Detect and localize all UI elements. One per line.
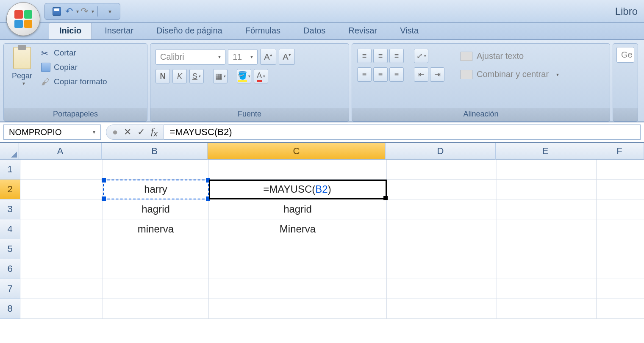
paste-button[interactable]: Pegar ▾ (7, 47, 37, 86)
align-bottom-button[interactable]: ≡ (389, 49, 404, 63)
row-header-6[interactable]: 6 (0, 259, 20, 279)
tab-formulas[interactable]: Fórmulas (235, 22, 291, 39)
merge-center-button[interactable]: Combinar y centrar▾ (456, 67, 563, 82)
cell-B6[interactable] (103, 259, 209, 279)
align-middle-button[interactable]: ≡ (373, 49, 388, 63)
cell-B1[interactable] (103, 160, 209, 180)
shrink-font-button[interactable]: A▾ (279, 49, 295, 65)
name-box[interactable]: NOMPROPIO ▾ (3, 124, 101, 140)
cell-F5[interactable] (597, 239, 644, 259)
orientation-button[interactable]: ⤢▾ (414, 49, 428, 63)
save-button[interactable] (50, 5, 63, 18)
cut-button[interactable]: ✂Cortar (39, 47, 110, 59)
col-header-C[interactable]: C (208, 143, 386, 160)
cell-C6[interactable] (209, 259, 387, 279)
align-top-button[interactable]: ≡ (357, 49, 372, 63)
align-left-button[interactable]: ≡ (357, 67, 372, 82)
cell-E6[interactable] (497, 259, 597, 279)
confirm-formula-button[interactable]: ✓ (137, 127, 145, 138)
cell-F3[interactable] (597, 199, 644, 219)
cell-B8[interactable] (103, 299, 209, 319)
underline-button[interactable]: S▾ (189, 69, 204, 83)
cell-D3[interactable] (387, 199, 497, 219)
select-all-corner[interactable] (0, 143, 19, 160)
cell-B3[interactable]: hagrid (103, 199, 209, 219)
tab-diseno[interactable]: Diseño de página (146, 22, 233, 39)
cell-D5[interactable] (387, 239, 497, 259)
col-header-F[interactable]: F (595, 143, 644, 160)
borders-button[interactable]: ▦▾ (213, 69, 228, 83)
cell-C5[interactable] (209, 239, 387, 259)
row-header-5[interactable]: 5 (0, 239, 20, 259)
cell-A7[interactable] (20, 279, 103, 299)
cell-D6[interactable] (387, 259, 497, 279)
cell-D4[interactable] (387, 219, 497, 239)
cell-E4[interactable] (497, 219, 597, 239)
cell-E8[interactable] (497, 299, 597, 319)
cell-C8[interactable] (209, 299, 387, 319)
tab-revisar[interactable]: Revisar (338, 22, 387, 39)
col-header-A[interactable]: A (19, 143, 102, 160)
cell-C3[interactable]: hagrid (209, 199, 387, 219)
undo-button[interactable]: ↶▾ (66, 5, 78, 18)
decrease-indent-button[interactable]: ⇤ (414, 67, 428, 82)
row-header-1[interactable]: 1 (0, 160, 20, 180)
cell-A6[interactable] (20, 259, 103, 279)
cell-E3[interactable] (497, 199, 597, 219)
row-header-3[interactable]: 3 (0, 199, 20, 219)
formula-input[interactable]: =MAYUSC(B2) (164, 124, 641, 140)
col-header-D[interactable]: D (386, 143, 496, 160)
cell-C2[interactable]: =MAYUSC(B2) (209, 180, 387, 199)
cell-D1[interactable] (387, 160, 497, 180)
cell-F4[interactable] (597, 219, 644, 239)
font-size-combo[interactable]: 11▾ (228, 49, 258, 65)
increase-indent-button[interactable]: ⇥ (430, 67, 444, 82)
wrap-text-button[interactable]: Ajustar texto (456, 49, 563, 64)
cell-D2[interactable] (387, 180, 497, 199)
cell-F2[interactable] (597, 180, 644, 199)
row-header-8[interactable]: 8 (0, 299, 20, 319)
cell-C1[interactable] (209, 160, 387, 180)
cell-A5[interactable] (20, 239, 103, 259)
fill-color-button[interactable]: 🪣▾ (237, 69, 251, 83)
cell-F1[interactable] (597, 160, 644, 180)
cell-C7[interactable] (209, 279, 387, 299)
cell-E2[interactable] (497, 180, 597, 199)
cell-A1[interactable] (20, 160, 103, 180)
number-format-combo[interactable]: Ge (616, 47, 634, 63)
cell-B7[interactable] (103, 279, 209, 299)
bold-button[interactable]: N (155, 69, 170, 83)
row-header-2[interactable]: 2 (0, 180, 20, 199)
redo-button[interactable]: ↷▾ (81, 5, 94, 18)
cell-E5[interactable] (497, 239, 597, 259)
align-center-button[interactable]: ≡ (373, 67, 388, 82)
cell-C4[interactable]: Minerva (209, 219, 387, 239)
font-color-button[interactable]: A▾ (254, 69, 268, 83)
cell-E1[interactable] (497, 160, 597, 180)
col-header-E[interactable]: E (496, 143, 595, 160)
col-header-B[interactable]: B (102, 143, 208, 160)
cell-A4[interactable] (20, 219, 103, 239)
cell-A2[interactable] (20, 180, 103, 199)
row-header-7[interactable]: 7 (0, 279, 20, 299)
fx-icon[interactable]: fx (151, 126, 157, 138)
qat-customize-button[interactable]: ▾ (102, 5, 114, 18)
office-button[interactable] (6, 2, 40, 36)
cell-F6[interactable] (597, 259, 644, 279)
cell-F7[interactable] (597, 279, 644, 299)
format-painter-button[interactable]: 🖌Copiar formato (39, 76, 110, 88)
align-right-button[interactable]: ≡ (389, 67, 404, 82)
font-name-combo[interactable]: Calibri▾ (155, 49, 225, 65)
cell-D7[interactable] (387, 279, 497, 299)
tab-datos[interactable]: Datos (293, 22, 336, 39)
cell-A3[interactable] (20, 199, 103, 219)
italic-button[interactable]: K (172, 69, 187, 83)
cancel-x-button[interactable]: ✕ (124, 127, 131, 138)
cell-B4[interactable]: minerva (103, 219, 209, 239)
cell-A8[interactable] (20, 299, 103, 319)
tab-vista[interactable]: Vista (390, 22, 429, 39)
cell-D8[interactable] (387, 299, 497, 319)
cell-B2[interactable]: harry (103, 180, 209, 199)
cell-F8[interactable] (597, 299, 644, 319)
cell-B5[interactable] (103, 239, 209, 259)
